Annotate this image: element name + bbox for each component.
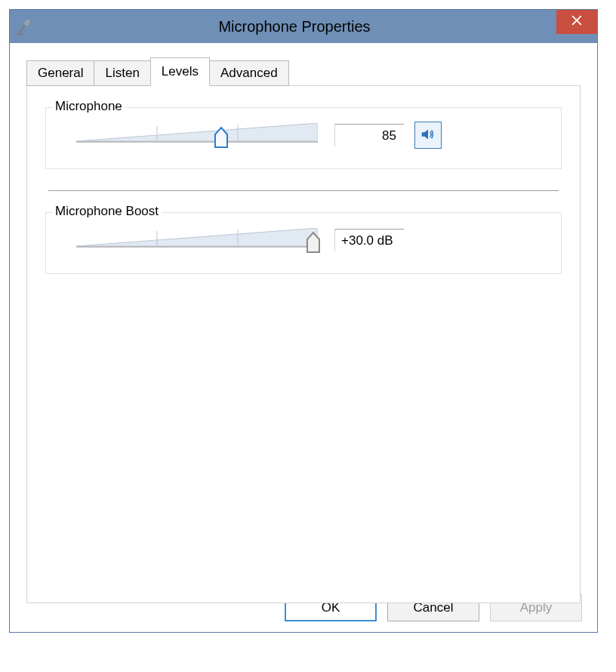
microphone-level-group: Microphone <box>45 107 562 169</box>
tab-advanced[interactable]: Advanced <box>209 60 289 86</box>
microphone-boost-thumb[interactable] <box>306 231 321 254</box>
microphone-mute-button[interactable] <box>414 122 442 149</box>
tab-levels[interactable]: Levels <box>150 57 210 86</box>
window-title: Microphone Properties <box>32 18 556 35</box>
close-icon <box>571 14 582 29</box>
speaker-icon <box>420 126 436 145</box>
microphone-level-legend: Microphone <box>52 99 125 114</box>
microphone-level-thumb[interactable] <box>214 126 229 149</box>
section-divider <box>48 190 559 191</box>
microphone-properties-window: Microphone Properties General Listen Lev… <box>9 9 598 633</box>
tab-strip: General Listen Levels Advanced <box>26 57 581 85</box>
tab-page-levels: Microphone <box>26 85 581 603</box>
tab-general[interactable]: General <box>26 60 94 86</box>
title-bar[interactable]: Microphone Properties <box>10 10 597 43</box>
microphone-boost-legend: Microphone Boost <box>52 204 162 219</box>
tab-listen[interactable]: Listen <box>94 60 150 86</box>
microphone-boost-group: Microphone Boost <box>45 212 562 274</box>
microphone-level-slider[interactable] <box>76 122 318 149</box>
close-button[interactable] <box>556 10 597 34</box>
microphone-boost-value: +30.0 dB <box>334 229 404 251</box>
client-area: General Listen Levels Advanced Microphon… <box>10 43 597 632</box>
microphone-level-value: 85 <box>334 124 404 146</box>
svg-marker-5 <box>76 123 318 141</box>
microphone-boost-slider[interactable] <box>76 227 318 254</box>
svg-marker-9 <box>76 228 318 246</box>
microphone-icon <box>16 18 32 35</box>
